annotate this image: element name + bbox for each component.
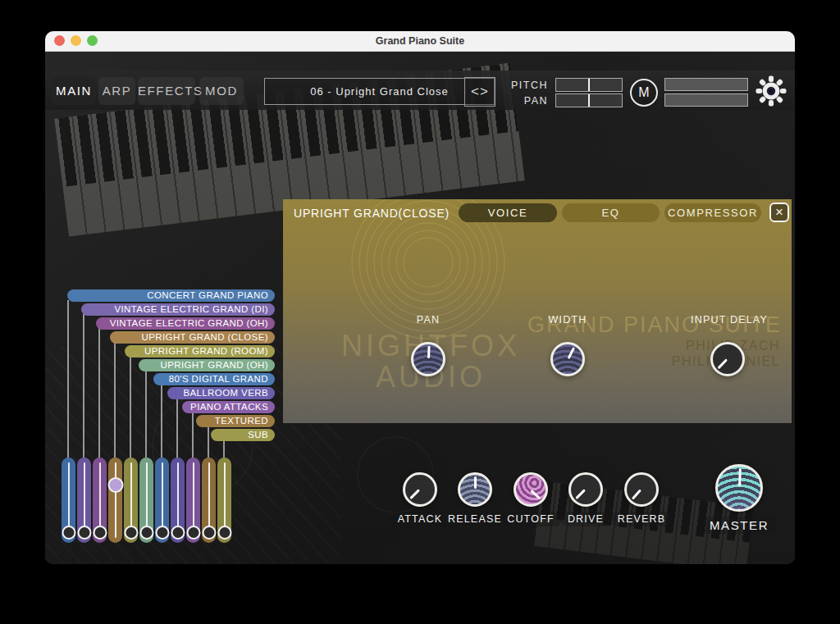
layer-volume-fader[interactable] <box>124 458 138 543</box>
layer-label-vintage-electric-grand-di[interactable]: VINTAGE ELECTRIC GRAND (DI) <box>81 303 275 316</box>
layer-label-concert-grand-piano[interactable]: CONCERT GRAND PIANO <box>67 289 275 302</box>
tab-arp[interactable]: ARP <box>98 77 135 105</box>
chevron-left-icon[interactable]: < <box>471 84 480 99</box>
knob-pointer <box>460 475 490 504</box>
fader-line <box>208 462 210 533</box>
fader-handle[interactable] <box>155 526 169 540</box>
reverb-knob-label: REVERB <box>610 512 673 526</box>
drive-knob[interactable] <box>568 472 603 507</box>
layer-connector-line <box>98 328 100 461</box>
pan-knob[interactable] <box>411 342 445 376</box>
knob-pointer <box>565 469 607 511</box>
layer-volume-fader[interactable] <box>217 458 231 543</box>
layer-connector-line <box>83 314 84 461</box>
screen: Grand Piano Suite MAIN ARP EFFECTS MOD 0… <box>0 0 840 624</box>
close-icon: × <box>775 204 783 220</box>
toolbar: MAIN ARP EFFECTS MOD 06 - Upright Grand … <box>45 71 795 110</box>
fader-handle[interactable] <box>124 526 138 540</box>
fader-handle[interactable] <box>107 477 123 493</box>
knob-pointer <box>510 469 552 511</box>
titlebar: Grand Piano Suite <box>45 31 795 52</box>
level-meter-right <box>664 93 748 107</box>
width-knob-label: WIDTH <box>531 314 605 326</box>
pitch-label: PITCH <box>503 80 548 91</box>
layer-volume-fader[interactable] <box>139 458 153 543</box>
panel-tab-compressor[interactable]: COMPRESSOR <box>664 203 761 222</box>
layer-connector-line <box>114 342 116 461</box>
plugin-window: Grand Piano Suite MAIN ARP EFFECTS MOD 0… <box>45 31 795 564</box>
layer-connector-line <box>145 370 147 461</box>
layer-volume-fader[interactable] <box>186 458 200 543</box>
fader-handle[interactable] <box>186 526 200 540</box>
fader-handle[interactable] <box>171 526 185 540</box>
master-knob[interactable] <box>715 464 763 512</box>
panel-title: UPRIGHT GRAND(CLOSE) <box>294 207 450 220</box>
layer-label-textured[interactable]: TEXTURED <box>196 415 275 427</box>
fader-handle[interactable] <box>77 526 91 540</box>
input-delay-knob[interactable] <box>710 342 745 376</box>
layer-label-upright-grand-close[interactable]: UPRIGHT GRAND (CLOSE) <box>110 331 275 344</box>
panel-tab-voice[interactable]: VOICE <box>459 203 557 222</box>
fader-line <box>68 462 70 533</box>
panel-tab-eq[interactable]: EQ <box>562 203 660 222</box>
cutoff-knob[interactable] <box>514 472 548 507</box>
knob-pointer <box>413 344 443 374</box>
pitch-slider[interactable] <box>555 78 623 92</box>
attack-knob[interactable] <box>403 472 437 507</box>
fader-line <box>193 462 194 533</box>
fader-line <box>146 462 148 533</box>
master-mute-button[interactable]: M <box>630 79 658 107</box>
tab-main[interactable]: MAIN <box>52 77 96 105</box>
fader-handle[interactable] <box>62 526 75 540</box>
layer-volume-fader-selected[interactable] <box>108 458 122 543</box>
fader-line <box>115 462 116 538</box>
fader-handle[interactable] <box>202 526 216 540</box>
window-title: Grand Piano Suite <box>45 31 795 51</box>
fader-line <box>99 462 101 533</box>
settings-gear-icon[interactable] <box>756 75 787 107</box>
input-delay-knob-label: INPUT DELAY <box>691 314 765 326</box>
layer-label-ballroom-verb[interactable]: BALLROOM VERB <box>167 387 275 399</box>
drive-knob-label: DRIVE <box>560 512 611 526</box>
layer-label-sub[interactable]: SUB <box>211 429 275 441</box>
chevron-right-icon[interactable]: > <box>480 84 489 99</box>
knob-pointer <box>548 339 587 379</box>
fader-handle[interactable] <box>217 526 231 540</box>
fader-line <box>84 462 85 533</box>
preset-prev-next-button[interactable]: <> <box>464 77 495 107</box>
fader-handle[interactable] <box>93 526 107 540</box>
layer-volume-fader[interactable] <box>93 458 107 543</box>
layer-label-upright-grand-room[interactable]: UPRIGHT GRAND (ROOM) <box>125 345 275 358</box>
layer-edit-panel: NIGHTFOX AUDIO GRAND PIANO SUITE PHILIP … <box>283 199 792 423</box>
layer-label-vintage-electric-grand-oh[interactable]: VINTAGE ELECTRIC GRAND (OH) <box>96 317 275 330</box>
level-meter-left <box>664 78 748 91</box>
knob-pointer <box>707 339 749 380</box>
pan-slider-marker <box>588 94 590 107</box>
layer-label-80s-digital-grand[interactable]: 80'S DIGITAL GRAND <box>153 373 275 385</box>
width-knob[interactable] <box>550 342 585 376</box>
layer-connector-line <box>176 398 178 461</box>
layer-label-upright-grand-oh[interactable]: UPRIGHT GRAND (OH) <box>139 359 275 371</box>
knob-pointer <box>717 466 761 510</box>
layer-volume-fader[interactable] <box>202 458 216 543</box>
layer-volume-fader[interactable] <box>171 458 185 543</box>
pan-label: PAN <box>503 95 548 107</box>
preset-selector[interactable]: 06 - Upright Grand Close <box>264 78 495 105</box>
tab-effects[interactable]: EFFECTS <box>138 77 195 105</box>
layer-volume-fader[interactable] <box>77 458 91 543</box>
layer-label-piano-attacks[interactable]: PIANO ATTACKS <box>182 401 275 413</box>
layer-connector-line <box>192 412 194 461</box>
layer-connector-line <box>130 356 131 461</box>
tab-mod[interactable]: MOD <box>199 77 244 105</box>
plugin-content: MAIN ARP EFFECTS MOD 06 - Upright Grand … <box>45 51 795 564</box>
release-knob[interactable] <box>458 472 492 507</box>
pitch-slider-marker <box>588 79 590 91</box>
master-knob-label: MASTER <box>702 517 776 534</box>
layer-volume-fader[interactable] <box>62 458 75 543</box>
fader-line <box>130 462 132 533</box>
layer-volume-fader[interactable] <box>155 458 169 543</box>
reverb-knob[interactable] <box>624 472 659 507</box>
panel-close-button[interactable]: × <box>769 203 789 222</box>
fader-handle[interactable] <box>139 526 153 540</box>
pan-slider[interactable] <box>555 93 623 107</box>
